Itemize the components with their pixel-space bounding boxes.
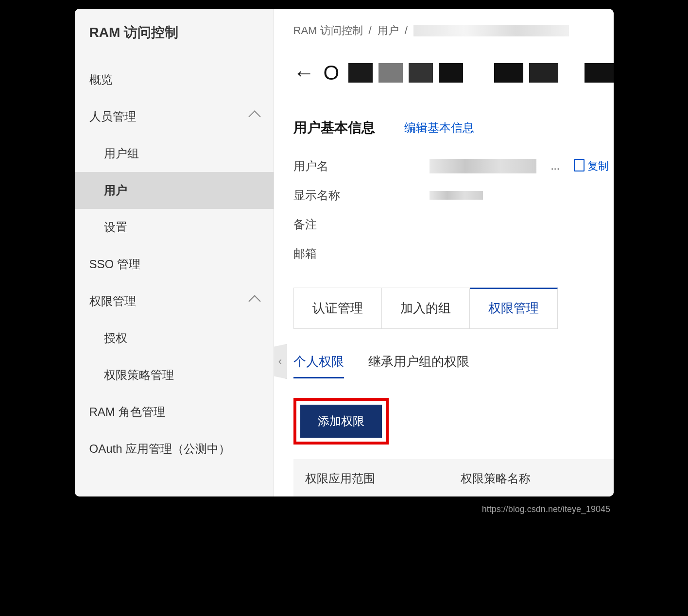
sidebar-item-settings[interactable]: 设置 xyxy=(75,209,274,246)
field-username: 用户名 ... 复制 xyxy=(293,152,614,181)
sidebar-item-label: 人员管理 xyxy=(89,109,136,124)
field-value-redacted xyxy=(430,191,483,200)
sidebar-item-sso[interactable]: SSO 管理 xyxy=(75,246,274,283)
subtabs: 个人权限 继承用户组的权限 xyxy=(293,353,614,378)
sidebar-item-users[interactable]: 用户 xyxy=(75,172,274,209)
tabs: 认证管理 加入的组 权限管理 xyxy=(293,288,614,329)
sidebar-collapse-handle[interactable]: ‹ xyxy=(274,344,287,379)
sidebar-item-grants[interactable]: 授权 xyxy=(75,320,274,357)
field-label: 邮箱 xyxy=(293,246,420,261)
sidebar-title: RAM 访问控制 xyxy=(75,9,274,61)
sidebar-item-roles[interactable]: RAM 角色管理 xyxy=(75,394,274,430)
field-email: 邮箱 xyxy=(293,239,614,268)
breadcrumb-current-redacted xyxy=(413,25,569,36)
app-window: RAM 访问控制 概览 人员管理 用户组 用户 设置 SSO 管理 权限管理 授… xyxy=(71,5,618,500)
sidebar-item-label: 授权 xyxy=(104,331,127,344)
breadcrumb-sep: / xyxy=(369,24,372,37)
sidebar-item-people[interactable]: 人员管理 xyxy=(75,98,274,135)
main-panel: ‹ RAM 访问控制 / 用户 / ← O xyxy=(274,9,614,496)
tab-auth[interactable]: 认证管理 xyxy=(293,288,382,329)
ellipsis: ... xyxy=(551,160,560,172)
sidebar-item-label: 权限策略管理 xyxy=(104,368,174,381)
permission-table-header: 权限应用范围 权限策略名称 xyxy=(293,459,614,496)
sidebar-item-usergroups[interactable]: 用户组 xyxy=(75,135,274,172)
table-col-policy: 权限策略名称 xyxy=(461,471,602,486)
tab-label: 权限管理 xyxy=(488,301,539,315)
edit-basic-info-link[interactable]: 编辑基本信息 xyxy=(404,120,474,136)
subtab-inherited[interactable]: 继承用户组的权限 xyxy=(368,353,469,378)
subtab-personal[interactable]: 个人权限 xyxy=(293,353,344,378)
chevron-left-icon: ‹ xyxy=(278,355,282,368)
field-label: 显示名称 xyxy=(293,188,420,203)
sidebar-item-label: OAuth 应用管理（公测中） xyxy=(89,441,231,457)
sidebar-item-oauth[interactable]: OAuth 应用管理（公测中） xyxy=(75,430,274,467)
table-col-scope: 权限应用范围 xyxy=(305,471,461,486)
sidebar-item-label: 权限管理 xyxy=(89,293,136,309)
sidebar-item-overview[interactable]: 概览 xyxy=(75,61,274,98)
back-arrow-icon[interactable]: ← xyxy=(293,62,315,84)
breadcrumb-users[interactable]: 用户 xyxy=(378,23,399,38)
add-permission-highlight: 添加权限 xyxy=(293,398,389,445)
breadcrumb-sep: / xyxy=(405,24,408,37)
sidebar-item-label: 概览 xyxy=(89,72,113,87)
field-remark: 备注 xyxy=(293,210,614,239)
sidebar-item-label: 用户 xyxy=(104,184,127,197)
breadcrumb-root[interactable]: RAM 访问控制 xyxy=(293,23,363,38)
field-label: 用户名 xyxy=(293,158,420,174)
chevron-up-icon xyxy=(248,110,260,122)
field-displayname: 显示名称 xyxy=(293,181,614,210)
tab-label: 加入的组 xyxy=(400,301,451,315)
field-value-redacted xyxy=(430,159,536,173)
sidebar: RAM 访问控制 概览 人员管理 用户组 用户 设置 SSO 管理 权限管理 授… xyxy=(75,9,274,496)
tab-label: 认证管理 xyxy=(312,301,363,315)
tab-permissions[interactable]: 权限管理 xyxy=(470,288,558,329)
copy-button[interactable]: 复制 xyxy=(576,159,609,173)
chevron-up-icon xyxy=(248,295,260,307)
sidebar-item-label: SSO 管理 xyxy=(89,257,140,272)
breadcrumb: RAM 访问控制 / 用户 / xyxy=(293,23,614,38)
watermark: https://blog.csdn.net/iteye_19045 xyxy=(482,504,683,514)
copy-icon xyxy=(576,161,585,171)
page-title-redacted xyxy=(348,63,613,83)
sidebar-item-label: 用户组 xyxy=(104,147,139,160)
add-permission-button[interactable]: 添加权限 xyxy=(300,405,382,438)
copy-label: 复制 xyxy=(587,159,609,173)
sidebar-item-policies[interactable]: 权限策略管理 xyxy=(75,357,274,394)
page-title-prefix: O xyxy=(324,61,340,85)
sidebar-item-label: RAM 角色管理 xyxy=(89,404,165,420)
basic-info-section: 用户基本信息 编辑基本信息 用户名 ... 复制 显示名称 备注 邮箱 xyxy=(293,119,614,268)
sidebar-item-label: 设置 xyxy=(104,221,127,234)
tab-groups[interactable]: 加入的组 xyxy=(382,288,470,329)
subtab-label: 继承用户组的权限 xyxy=(368,354,469,369)
field-label: 备注 xyxy=(293,217,420,232)
sidebar-item-permissions[interactable]: 权限管理 xyxy=(75,283,274,320)
basic-info-title: 用户基本信息 xyxy=(293,119,375,137)
subtab-label: 个人权限 xyxy=(293,354,344,369)
page-header: ← O xyxy=(293,61,614,85)
